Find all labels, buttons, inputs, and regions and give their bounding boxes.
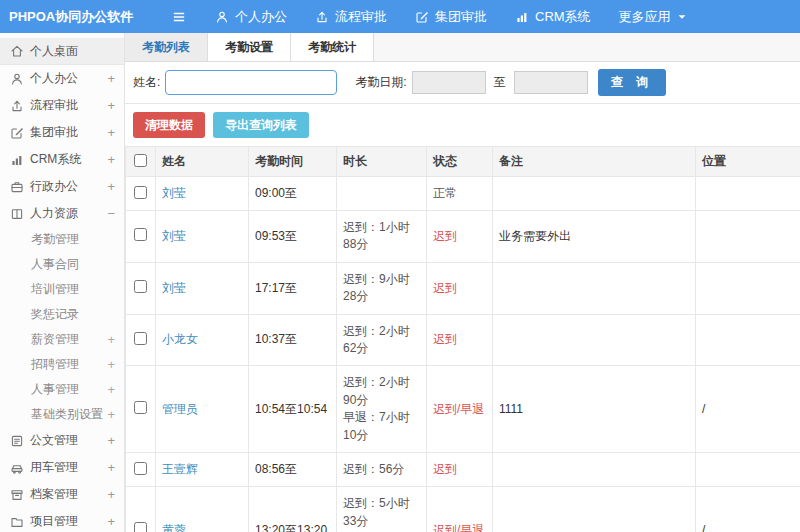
employee-name-link[interactable]: 小龙女 [162,332,198,346]
sidebar-item-workflow-approval[interactable]: 流程审批+ [0,92,124,119]
sidebar-item-document-management[interactable]: 公文管理+ [0,427,124,454]
sidebar-item-group-approval[interactable]: 集团审批+ [0,119,124,146]
table-row: 刘莹09:53至迟到：1小时88分迟到业务需要外出 [126,211,800,263]
topnav-item-label: 个人办公 [235,8,287,26]
topnav-item-label: 集团审批 [435,8,487,26]
status-badge: 正常 [433,186,457,200]
name-cell: 小龙女 [156,314,249,366]
row-checkbox[interactable] [134,186,147,199]
column-header: 位置 [696,147,800,177]
topnav: 个人办公流程审批集团审批CRM系统更多应用 [215,8,715,26]
sidebar-subitem-label: 人事管理 [31,381,107,398]
tab-attendance-statistics[interactable]: 考勤统计 [291,33,374,61]
sidebar-item-vehicle-management[interactable]: 用车管理+ [0,454,124,481]
tab-attendance-settings[interactable]: 考勤设置 [208,33,291,61]
time-cell: 09:53至 [249,211,337,263]
sidebar-subitem-training-management[interactable]: 培训管理 [0,277,124,302]
clean-data-button[interactable]: 清理数据 [133,112,205,138]
location-cell [696,262,800,314]
sidebar-subitem-personnel-management[interactable]: 人事管理+ [0,377,124,402]
duration-cell: 迟到：2小时90分早退：7小时10分 [337,366,427,453]
main-content: 考勤列表考勤设置考勤统计 姓名: 考勤日期: 至 查 询 清理数据 导出查询列表… [125,33,800,532]
sidebar-item-label: 行政办公 [30,178,107,195]
employee-name-link[interactable]: 王壹辉 [162,462,198,476]
topnav-item-personal-office[interactable]: 个人办公 [215,8,287,26]
sidebar-subitem-attendance-management[interactable]: 考勤管理 [0,227,124,252]
employee-name-link[interactable]: 黄蓉 [162,523,186,532]
sidebar-subitem-basic-category-settings[interactable]: 基础类别设置+ [0,402,124,427]
employee-name-link[interactable]: 刘莹 [162,229,186,243]
remark-cell [493,452,696,486]
tab-attendance-list[interactable]: 考勤列表 [125,33,208,61]
employee-name-link[interactable]: 管理员 [162,402,198,416]
sidebar-item-label: 流程审批 [30,97,107,114]
duration-line: 迟到：2小时90分 [343,374,420,409]
page-body: 个人桌面个人办公+流程审批+集团审批+CRM系统+行政办公+人力资源−考勤管理人… [0,33,800,532]
location-cell [696,314,800,366]
status-badge: 迟到/早退 [433,523,484,532]
date-to-input[interactable] [514,71,588,94]
sidebar-subitem-salary-management[interactable]: 薪资管理+ [0,327,124,352]
name-cell: 刘莹 [156,262,249,314]
row-checkbox[interactable] [134,401,147,414]
date-from-input[interactable] [412,71,486,94]
remark-cell: 业务需要外出 [493,211,696,263]
name-cell: 黄蓉 [156,487,249,532]
expand-plus-icon: + [107,433,115,448]
remark-cell [493,262,696,314]
sidebar-item-label: 集团审批 [30,124,107,141]
row-checkbox[interactable] [134,280,147,293]
time-cell: 13:20至13:20 [249,487,337,532]
sidebar-item-personal-office[interactable]: 个人办公+ [0,65,124,92]
name-cell: 刘莹 [156,177,249,211]
table-row: 刘莹09:00至正常 [126,177,800,211]
app-logo: PHPOA协同办公软件 [0,8,125,26]
sidebar-item-human-resources[interactable]: 人力资源− [0,200,124,227]
column-header: 考勤时间 [249,147,337,177]
sidebar-item-label: 公文管理 [30,432,107,449]
sidebar-item-label: 个人桌面 [30,43,115,60]
row-checkbox[interactable] [134,228,147,241]
status-badge: 迟到/早退 [433,402,484,416]
topnav-item-workflow-approval[interactable]: 流程审批 [315,8,387,26]
sidebar-subitem-label: 人事合同 [31,256,115,273]
sidebar-item-archive-management[interactable]: 档案管理+ [0,481,124,508]
sidebar-item-personal-desktop[interactable]: 个人桌面 [0,38,124,65]
time-cell: 09:00至 [249,177,337,211]
sidebar-item-project-management[interactable]: 项目管理+ [0,508,124,532]
row-checkbox[interactable] [134,522,147,532]
topnav-item-crm-system[interactable]: CRM系统 [515,8,591,26]
export-list-button[interactable]: 导出查询列表 [213,112,309,138]
share-icon [315,10,329,24]
topnav-item-more-apps[interactable]: 更多应用 [619,8,687,26]
sidebar-subitem-label: 考勤管理 [31,231,115,248]
filter-row: 姓名: 考勤日期: 至 查 询 [125,62,800,104]
home-icon [9,44,24,58]
name-filter-input[interactable] [165,70,337,95]
sidebar-toggle-button[interactable] [171,9,187,25]
sidebar-subitem-personnel-contract[interactable]: 人事合同 [0,252,124,277]
search-button[interactable]: 查 询 [598,69,666,96]
location-cell [696,211,800,263]
topnav-item-group-approval[interactable]: 集团审批 [415,8,487,26]
sidebar-subitem-recruitment-management[interactable]: 招聘管理+ [0,352,124,377]
column-header: 备注 [493,147,696,177]
employee-name-link[interactable]: 刘莹 [162,186,186,200]
sidebar-subitem-label: 薪资管理 [31,331,107,348]
edit-icon [9,126,24,140]
row-checkbox[interactable] [134,332,147,345]
tab-bar: 考勤列表考勤设置考勤统计 [125,33,800,62]
employee-name-link[interactable]: 刘莹 [162,281,186,295]
row-checkbox[interactable] [134,462,147,475]
sidebar-item-label: 档案管理 [30,486,107,503]
topnav-item-label: CRM系统 [535,8,591,26]
sidebar-item-admin-office[interactable]: 行政办公+ [0,173,124,200]
sidebar-item-crm-system[interactable]: CRM系统+ [0,146,124,173]
location-cell: / [696,366,800,453]
table-row: 黄蓉13:20至13:20迟到：5小时33分早退：4小时67分迟到/早退/ [126,487,800,532]
row-checkbox-cell [126,314,156,366]
person-icon [9,72,24,86]
sidebar-subitem-reward-punishment-records[interactable]: 奖惩记录 [0,302,124,327]
expand-plus-icon: + [107,179,115,194]
select-all-checkbox[interactable] [134,154,147,167]
